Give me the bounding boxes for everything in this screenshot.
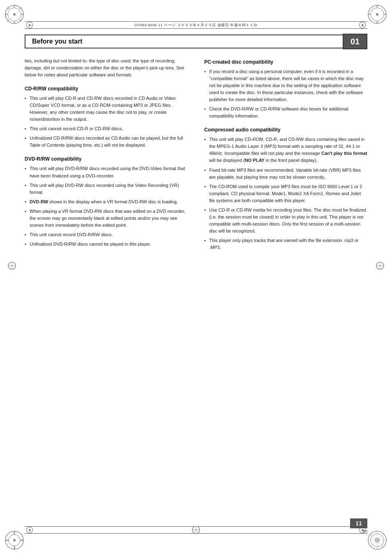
chapter-header: Before you start 01	[25, 34, 367, 49]
cd-rw-section: CD-R/RW compatibility This unit will pla…	[25, 86, 188, 149]
compressed-item-2: Fixed bit-rate MP3 files are recommended…	[204, 167, 367, 181]
dvd-rw-item-4: When playing a VR format DVD-RW discs th…	[25, 208, 188, 229]
dvd-rw-item-6: Unfinalized DVD-R/RW discs cannot be pla…	[25, 241, 188, 248]
dvd-rw-title: DVD-R/RW compatibility	[25, 156, 188, 162]
corner-decoration-bl	[3, 529, 26, 552]
pc-disc-item-2: Check the DVD-R/RW or CD-R/RW software d…	[204, 106, 367, 120]
chapter-number: 01	[350, 37, 360, 46]
pc-disc-item-1: If you record a disc using a personal co…	[204, 68, 367, 103]
dvd-rw-item-2: This unit will play DVD-RW discs recorde…	[25, 182, 188, 196]
compressed-audio-list: This unit will play CD-ROM, CD-R, and CD…	[204, 136, 367, 251]
chapter-number-box: 01	[343, 34, 367, 49]
cd-rw-item-2: This unit cannot record CD-R or CD-RW di…	[25, 125, 188, 132]
svg-point-20	[13, 539, 16, 541]
compressed-item-3: The CD-ROM used to compile your MP3 file…	[204, 183, 367, 204]
bottom-registration-bar: ⊕ ⊕	[25, 526, 367, 534]
pc-disc-section: PC-created disc compatibility If you rec…	[204, 59, 367, 120]
dvd-rw-item-3: DVD-RW shows in the display when a VR fo…	[25, 198, 188, 205]
cd-rw-item-1: This unit will play CD-R and CD-RW discs…	[25, 95, 188, 123]
reg-mark-bottom-left: ⊕	[26, 527, 33, 533]
cd-rw-item-3: Unfinalized CD-R/RW discs recorded as CD…	[25, 135, 188, 149]
compressed-item-1: This unit will play CD-ROM, CD-R, and CD…	[204, 136, 367, 164]
corner-decoration-tl	[3, 3, 26, 26]
cd-rw-title: CD-R/RW compatibility	[25, 86, 188, 92]
bottom-center-reg-mark	[191, 525, 201, 534]
compressed-item-5: This player only plays tracks that are n…	[204, 237, 367, 251]
reg-mark-bottom-right: ⊕	[359, 527, 366, 533]
cd-rw-list: This unit will play CD-R and CD-RW discs…	[25, 95, 188, 149]
reg-mark-left: ⊕	[26, 22, 33, 28]
right-column: PC-created disc compatibility If you rec…	[202, 58, 367, 514]
file-info-text: DV563.book 11 ページ ２００３年４月２５日 金曜日 午後８時１１分	[35, 23, 357, 28]
left-column: ties, including but not limited to: the …	[25, 58, 190, 514]
compressed-item-4: Use CD-R or CD-RW media for recording yo…	[204, 207, 367, 235]
page-container: ⊕ DV563.book 11 ページ ２００３年４月２５日 金曜日 午後８時１…	[0, 0, 392, 555]
reg-mark-right: ⊕	[359, 22, 366, 28]
top-registration-bar: ⊕ DV563.book 11 ページ ２００３年４月２５日 金曜日 午後８時１…	[25, 21, 367, 29]
chapter-title: Before you start	[32, 38, 83, 45]
svg-point-13	[376, 13, 378, 16]
svg-point-2	[13, 13, 16, 16]
left-margin-reg-mark	[7, 261, 16, 271]
dvd-rw-item-5: This unit cannot record DVD-R/RW discs.	[25, 231, 188, 238]
corner-decoration-tr	[366, 3, 389, 26]
chapter-title-box: Before you start	[25, 35, 343, 48]
dvd-rw-item-1: This unit will play DVD-R/RW discs recor…	[25, 165, 188, 179]
main-content: ties, including but not limited to: the …	[25, 58, 367, 514]
right-margin-reg-mark	[376, 261, 385, 271]
pc-disc-list: If you record a disc using a personal co…	[204, 68, 367, 120]
dvd-rw-section: DVD-R/RW compatibility This unit will pl…	[25, 156, 188, 247]
compressed-audio-section: Compressed audio compatibility This unit…	[204, 127, 367, 251]
corner-decoration-br	[366, 529, 389, 552]
pc-disc-title: PC-created disc compatibility	[204, 59, 367, 65]
intro-text: ties, including but not limited to: the …	[25, 58, 188, 78]
compressed-audio-title: Compressed audio compatibility	[204, 127, 367, 133]
dvd-rw-list: This unit will play DVD-R/RW discs recor…	[25, 165, 188, 247]
